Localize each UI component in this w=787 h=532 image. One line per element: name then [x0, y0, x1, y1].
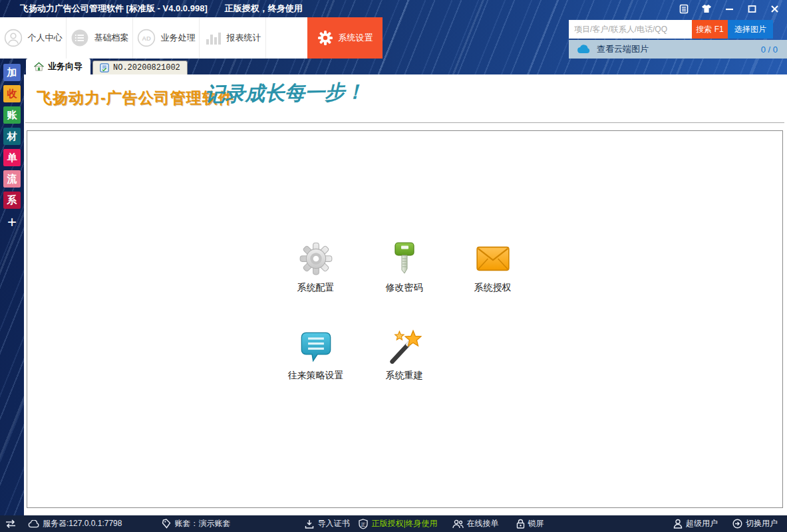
envelope-icon	[475, 241, 511, 277]
server-status: 服务器:127.0.0.1:7798	[28, 518, 122, 529]
shortcut-system-rebuild[interactable]: 系统重建	[360, 329, 448, 382]
shortcut-change-password[interactable]: 修改密码	[360, 241, 448, 294]
tab-business-wizard[interactable]: 业务向导	[26, 59, 90, 74]
nav-label: 系统设置	[339, 32, 373, 44]
search-input[interactable]	[569, 20, 692, 39]
gear-icon	[317, 30, 333, 46]
tag-icon	[162, 519, 171, 529]
lock-screen-label: 锁屏	[528, 518, 544, 529]
shield-icon: 正	[359, 519, 368, 529]
sidebar-item-label: 单	[7, 152, 17, 164]
key-icon	[387, 241, 422, 277]
arrow-circle-icon	[732, 519, 742, 529]
titlebar: 飞扬动力广告公司管理软件 [标准版 - V4.0.0.998] 正版授权，终身使…	[0, 0, 787, 17]
window-controls	[678, 0, 780, 17]
nav-label: 个人中心	[28, 32, 63, 44]
nav-report-statistics[interactable]: 报表统计	[200, 17, 266, 59]
switch-user-label: 切换用户	[746, 518, 778, 529]
sidebar-item-order[interactable]: 单	[3, 149, 21, 166]
main-area: 业务向导 NO.20200821002 飞扬动力-广告公司管理软件 记录成长每一…	[24, 59, 787, 515]
nav-label: 报表统计	[227, 32, 261, 44]
nav-filler	[266, 17, 307, 59]
slogan-text: 记录成长每一步！	[205, 78, 365, 108]
svg-text:AD: AD	[142, 35, 151, 42]
sidebar-add-button[interactable]: +	[7, 214, 17, 230]
switch-user-button[interactable]: 切换用户	[732, 518, 778, 529]
current-user-label: 超级用户	[686, 518, 718, 529]
sidebar-item-label: 加	[7, 66, 17, 79]
shortcut-label: 系统配置	[297, 282, 335, 294]
statusbar: 服务器:127.0.0.1:7798 账套：演示账套 导入证书 正 正版授权|终…	[0, 515, 787, 532]
cloud-image-bar[interactable]: 查看云端图片 0 / 0	[569, 40, 787, 59]
sidebar-item-label: 账	[7, 109, 17, 122]
minimize-button[interactable]	[723, 3, 735, 15]
shortcut-system-authorization[interactable]: 系统授权	[448, 241, 537, 294]
tab-order-document[interactable]: NO.20200821002	[92, 61, 188, 74]
tab-label: NO.20200821002	[113, 63, 180, 72]
window-title: 飞扬动力广告公司管理软件 [标准版 - V4.0.0.998]	[20, 3, 208, 15]
speech-bubble-icon	[298, 329, 334, 364]
import-certificate-label: 导入证书	[317, 518, 349, 529]
shortcut-transaction-strategy[interactable]: 往来策略设置	[271, 329, 360, 382]
search-row: 搜索 F1 选择图片	[569, 20, 773, 39]
sidebar-item-flow[interactable]: 流	[3, 170, 21, 188]
bar-chart-icon	[204, 29, 222, 47]
license-text: 正版授权|终身使用	[371, 518, 437, 529]
wizard-panel: 系统配置 修改密码 系统授权	[27, 130, 783, 508]
lock-screen-button[interactable]: 锁屏	[516, 518, 544, 529]
magic-wand-icon	[387, 329, 422, 364]
banner-divider	[25, 122, 784, 123]
select-image-button[interactable]: 选择图片	[728, 20, 773, 39]
close-button[interactable]	[768, 3, 780, 15]
nav-label: 基础档案	[94, 32, 129, 44]
maximize-button[interactable]	[746, 3, 758, 15]
current-user[interactable]: 超级用户	[673, 518, 718, 529]
main-nav: 个人中心 基础档案 AD 业务处理 报表统计	[0, 17, 307, 59]
sync-toggle[interactable]	[5, 519, 16, 528]
home-icon	[34, 62, 44, 71]
cloud-image-count: 0 / 0	[761, 45, 778, 55]
server-address: 服务器:127.0.0.1:7798	[43, 518, 122, 529]
account-set-name: 账套：演示账套	[174, 518, 230, 529]
task-list-icon	[100, 63, 109, 72]
user-icon	[4, 29, 23, 47]
nav-basic-archives[interactable]: 基础档案	[67, 17, 133, 59]
shortcut-label: 修改密码	[386, 282, 423, 294]
notes-icon[interactable]	[678, 3, 690, 15]
sidebar-item-label: 系	[7, 194, 17, 207]
tab-bar: 业务向导 NO.20200821002	[24, 59, 787, 74]
download-icon	[305, 519, 314, 529]
tab-label: 业务向导	[48, 61, 82, 72]
nav-system-settings[interactable]: 系统设置	[307, 17, 383, 59]
sidebar-item-system[interactable]: 系	[3, 192, 21, 209]
sidebar-item-add[interactable]: 加	[3, 64, 21, 81]
sidebar: 加 收 账 材 单 流 系 +	[0, 59, 24, 515]
shortcut-row-1: 系统配置 修改密码 系统授权	[271, 241, 537, 294]
lock-icon	[516, 519, 525, 529]
shortcut-label: 往来策略设置	[288, 370, 344, 382]
content-panel: 飞扬动力-广告公司管理软件 记录成长每一步！ 系统配置 修改密码	[24, 74, 787, 515]
account-set-status: 账套：演示账套	[162, 518, 230, 529]
sidebar-item-label: 材	[7, 130, 17, 143]
cloud-bar-label: 查看云端图片	[597, 43, 649, 55]
people-icon	[452, 519, 464, 529]
nav-personal-center[interactable]: 个人中心	[0, 17, 67, 59]
ad-icon: AD	[137, 29, 156, 47]
titlebar-license-text: 正版授权，终身使用	[225, 3, 303, 15]
sidebar-item-receive[interactable]: 收	[3, 85, 21, 102]
shortcut-system-config[interactable]: 系统配置	[271, 241, 360, 294]
search-button[interactable]: 搜索 F1	[692, 20, 728, 39]
shortcut-row-2: 往来策略设置 系统重建	[271, 329, 448, 382]
sidebar-item-label: 收	[7, 88, 17, 100]
skin-icon[interactable]	[701, 3, 712, 15]
import-certificate[interactable]: 导入证书	[305, 518, 349, 529]
user-icon	[673, 519, 683, 529]
nav-business-processing[interactable]: AD 业务处理	[133, 17, 200, 59]
swap-arrows-icon	[5, 519, 16, 528]
sidebar-item-account[interactable]: 账	[3, 106, 21, 124]
cloud-icon	[577, 45, 590, 54]
online-orders-button[interactable]: 在线接单	[452, 518, 499, 529]
svg-text:正: 正	[361, 521, 366, 526]
sidebar-item-material[interactable]: 材	[3, 128, 21, 145]
cloud-icon	[28, 520, 39, 528]
